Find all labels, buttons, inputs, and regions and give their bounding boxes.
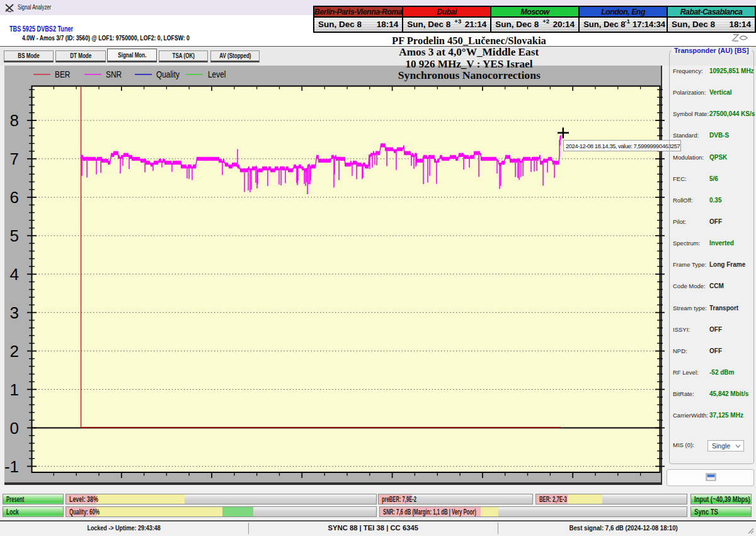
svg-text:1: 1 (10, 380, 19, 399)
svg-text:4: 4 (10, 265, 19, 284)
svg-text:-1: -1 (4, 457, 19, 476)
svg-text:8: 8 (10, 111, 19, 130)
svg-text:0: 0 (10, 419, 19, 438)
svg-text:7: 7 (10, 149, 19, 168)
svg-text:3: 3 (10, 303, 19, 322)
svg-text:6: 6 (10, 188, 19, 207)
svg-text:2: 2 (10, 342, 19, 361)
svg-text:5: 5 (10, 226, 19, 245)
